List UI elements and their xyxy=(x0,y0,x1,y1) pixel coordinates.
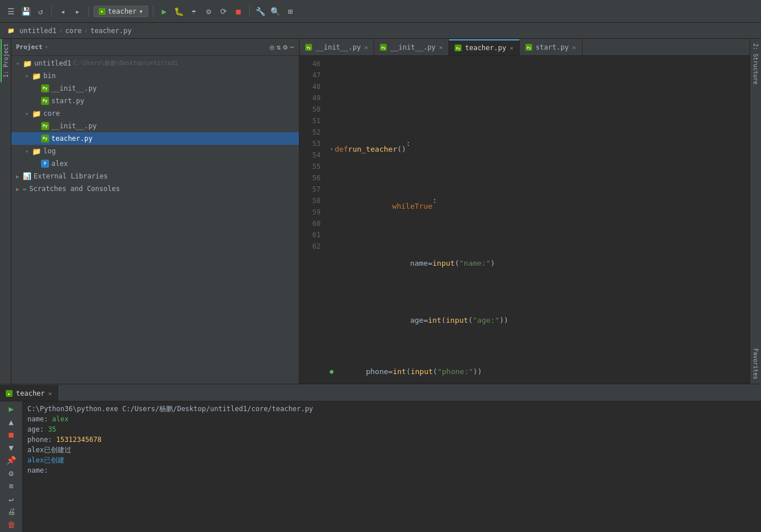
ln48: 48 xyxy=(299,81,321,92)
fold-51[interactable]: ● xyxy=(330,366,334,377)
run-config-label: teacher xyxy=(108,7,137,15)
ln55: 55 xyxy=(299,161,321,172)
hide-icon[interactable]: − xyxy=(290,43,294,51)
run-config-icon: ▶ xyxy=(99,8,106,15)
bottom-tab-bar: ▶ teacher × xyxy=(0,384,761,401)
wrench-icon[interactable]: 🔧 xyxy=(254,5,267,18)
phone-value: 15312345678 xyxy=(56,436,102,444)
run-config-icon2[interactable]: ⚙ xyxy=(203,5,215,18)
breadcrumb: 📁 untitled1 › core › teacher.py xyxy=(0,23,761,39)
run-coverage-icon[interactable]: ☂ xyxy=(188,5,200,18)
breadcrumb-file[interactable]: teacher.py xyxy=(90,27,131,35)
expand-collapse-icon[interactable]: ⇅ xyxy=(277,43,281,51)
tab-close-start[interactable]: × xyxy=(572,44,576,51)
file-tree-panel: Project ▾ ◎ ⇅ ⚙ − ▾ 📁 untitled1 C:\Users… xyxy=(11,39,299,384)
code-editor[interactable]: ▾def run_teacher(): while True: name = i… xyxy=(325,56,750,384)
stop-button[interactable]: ■ xyxy=(232,5,245,18)
project-tab[interactable]: 1: Project xyxy=(1,39,10,82)
sep2 xyxy=(88,6,89,17)
tree-item-scratches[interactable]: ▶ ✏ Scratches and Consoles xyxy=(11,182,299,195)
tab-close-init1[interactable]: × xyxy=(364,44,368,51)
run-button[interactable]: ▶ xyxy=(158,5,171,18)
tab-init2[interactable]: Py __init__.py × xyxy=(374,39,449,55)
debug-icon[interactable]: 🐛 xyxy=(173,5,185,18)
scroll-down-button[interactable]: ▼ xyxy=(5,442,18,453)
tree-item-core[interactable]: ▾ 📁 core xyxy=(11,107,299,120)
rerun-button[interactable]: ▶ xyxy=(5,404,18,415)
tree-item-init-bin[interactable]: ▶ Py __init__.py xyxy=(11,82,299,95)
wrap-button[interactable]: ↵ xyxy=(5,494,18,505)
tab-close-init2[interactable]: × xyxy=(439,44,443,51)
tree-label-teacher: teacher.py xyxy=(51,135,92,143)
fold-47[interactable]: ▾ xyxy=(330,144,334,155)
toolbar: ☰ 💾 ↺ ◂ ▸ ▶ teacher ▾ ▶ 🐛 ☂ ⚙ ⟳ ■ 🔧 🔍 ⊞ xyxy=(0,0,761,23)
editor-area: Py __init__.py × Py __init__.py × Py tea… xyxy=(299,39,750,384)
localize-icon[interactable]: ◎ xyxy=(270,43,274,51)
favorites-tab[interactable]: Favorites xyxy=(751,344,760,384)
folder-icon-bin: 📁 xyxy=(32,72,41,80)
left-edge-panel: 1: Project xyxy=(0,39,11,384)
tab-teacher[interactable]: Py teacher.py × xyxy=(449,39,520,55)
tab-label-init2: __init__.py xyxy=(390,43,435,51)
sync-icon[interactable]: ↺ xyxy=(34,5,47,18)
stop-run-button[interactable]: ■ xyxy=(5,429,18,440)
gear-icon[interactable]: ⚙ xyxy=(283,43,288,51)
run-tab[interactable]: ▶ teacher × xyxy=(0,385,58,401)
tree-item-init-core[interactable]: ▶ Py __init__.py xyxy=(11,120,299,132)
scroll-up-button[interactable]: ▲ xyxy=(5,417,18,428)
tree-item-alex[interactable]: ▶ F alex xyxy=(11,157,299,170)
save-icon[interactable]: 💾 xyxy=(19,5,32,18)
structure-tab[interactable]: 2: Structure xyxy=(751,39,760,89)
py-icon-teacher: Py xyxy=(41,135,49,143)
file-icon-alex: F xyxy=(41,160,49,168)
tab-icon-init1: Py xyxy=(305,44,312,51)
settings-run-button[interactable]: ⚙ xyxy=(5,468,18,479)
tree-item-log[interactable]: ▾ 📁 log xyxy=(11,145,299,157)
dropdown-arrow: ▾ xyxy=(139,7,143,15)
arrow-scratches: ▶ xyxy=(16,186,23,192)
tree-item-ext-libs[interactable]: ▶ 📊 External Libraries xyxy=(11,170,299,182)
console-cmd-line: C:\Python36\python.exe C:/Users/杨鹏/Deskt… xyxy=(27,404,756,414)
arrow-untitled1: ▾ xyxy=(16,60,23,67)
filter-button[interactable]: ≡ xyxy=(5,481,18,492)
tab-start[interactable]: Py start.py × xyxy=(520,39,582,55)
breadcrumb-core[interactable]: core xyxy=(65,27,82,35)
folder-icon-log: 📁 xyxy=(32,147,41,156)
tree-item-bin[interactable]: ▾ 📁 bin xyxy=(11,70,299,82)
ln46: 46 xyxy=(299,58,321,70)
run-config-dropdown[interactable]: ▶ teacher ▾ xyxy=(94,6,148,17)
run-step-icon[interactable]: ⟳ xyxy=(217,5,230,18)
tab-label-teacher: teacher.py xyxy=(465,44,506,52)
sep4 xyxy=(249,6,250,17)
pin-button[interactable]: 📌 xyxy=(5,455,18,466)
ln50: 50 xyxy=(299,104,321,115)
ln51: 51 xyxy=(299,115,321,127)
print-button[interactable]: 🖨 xyxy=(5,506,18,517)
sidebar-dropdown-arrow[interactable]: ▾ xyxy=(44,44,48,50)
py-icon-init-core: Py xyxy=(41,122,49,130)
line-numbers: 46 47 48 49 50 51 52 53 54 55 56 57 58 5… xyxy=(299,56,325,384)
search-icon[interactable]: 🔍 xyxy=(269,5,282,18)
tab-close-teacher[interactable]: × xyxy=(509,44,513,52)
forward-icon[interactable]: ▸ xyxy=(71,5,84,18)
code-line-46 xyxy=(330,92,750,104)
folder-icon-untitled1: 📁 xyxy=(23,59,32,68)
tree-item-start[interactable]: ▶ Py start.py xyxy=(11,95,299,107)
run-tab-close[interactable]: × xyxy=(48,390,52,397)
tab-init1[interactable]: Py __init__.py × xyxy=(299,39,374,55)
lib-icon: 📊 xyxy=(23,172,31,180)
tree-item-teacher[interactable]: ▶ Py teacher.py xyxy=(11,132,299,145)
scratch-icon: ✏ xyxy=(23,185,27,193)
sep: › xyxy=(59,27,63,35)
tab-bar: Py __init__.py × Py __init__.py × Py tea… xyxy=(299,39,750,56)
project-icon: 📁 xyxy=(5,25,17,37)
terminal-icon[interactable]: ⊞ xyxy=(284,5,297,18)
sidebar-actions: ◎ ⇅ ⚙ − xyxy=(270,43,294,51)
back-icon[interactable]: ◂ xyxy=(56,5,69,18)
phone-label: phone: xyxy=(27,436,56,444)
clear-button[interactable]: 🗑 xyxy=(5,519,18,530)
tree-item-untitled1[interactable]: ▾ 📁 untitled1 C:\Users\极鹏\Desktop\untitl… xyxy=(11,57,299,70)
menu-icon[interactable]: ☰ xyxy=(5,5,17,18)
tree-label-log: log xyxy=(43,147,56,155)
breadcrumb-untitled1[interactable]: untitled1 xyxy=(19,27,56,35)
